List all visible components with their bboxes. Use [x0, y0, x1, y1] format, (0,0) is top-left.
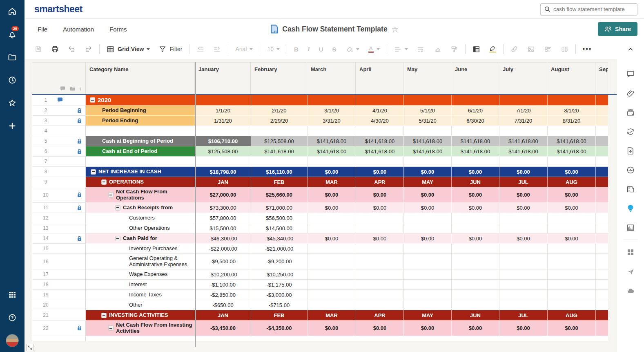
cell-april-row17[interactable] — [356, 269, 403, 280]
cell-january-row7[interactable] — [195, 157, 251, 167]
cell-april-row15[interactable] — [356, 244, 403, 254]
cell-sep-row20[interactable] — [595, 300, 608, 310]
italic-icon[interactable]: I — [303, 43, 314, 55]
highlighter-icon[interactable] — [485, 43, 501, 55]
cell-june-row20[interactable] — [451, 300, 499, 310]
row-number[interactable]: 4 — [40, 128, 52, 134]
cell-may-row18[interactable] — [403, 280, 451, 290]
cell-category-general-operating-administrative-expenses[interactable]: General Operating & Administrative Expen… — [86, 254, 195, 269]
cell-march-row14[interactable]: $0.00 — [307, 233, 356, 244]
cell-february-row6[interactable]: $141,618.00 — [251, 146, 307, 157]
cell-july-row8[interactable]: $0.00 — [499, 167, 547, 177]
menu-file[interactable]: File — [38, 26, 47, 33]
undo-icon[interactable] — [63, 43, 80, 55]
row-number[interactable]: 18 — [40, 282, 52, 287]
cell-january-row5[interactable]: $106,710.00 — [195, 136, 251, 146]
row-number[interactable]: 21 — [40, 312, 52, 318]
cell-may-row4[interactable] — [403, 126, 451, 136]
cell-july-row15[interactable] — [499, 244, 547, 254]
cell-march-row21[interactable]: MAR — [307, 310, 356, 321]
cell-march-row15[interactable] — [307, 244, 356, 254]
print-icon[interactable] — [47, 43, 63, 55]
home-icon[interactable] — [0, 0, 25, 23]
cell-february-row11[interactable]: $71,000.00 — [251, 203, 307, 213]
cell-february-row17[interactable]: -$10,250.00 — [251, 269, 307, 280]
cell-february-row2[interactable]: 2/1/20 — [251, 105, 307, 116]
strikethrough-icon[interactable]: S — [328, 43, 341, 55]
format-painter-icon[interactable] — [446, 43, 463, 55]
cell-may-row14[interactable]: $0.00 — [403, 233, 451, 244]
cell-category-other-operations[interactable]: Other Operations — [86, 223, 195, 233]
cell-april-row16[interactable] — [356, 254, 403, 269]
cell-march-row16[interactable] — [307, 254, 356, 269]
wrap-text-icon[interactable] — [412, 43, 429, 55]
cell-sep-row9[interactable] — [595, 177, 608, 187]
cell-january-row13[interactable]: $15,500.00 — [195, 223, 251, 233]
cell-sep-row10[interactable] — [595, 187, 608, 203]
cell-january-row15[interactable]: -$22,000.00 — [195, 244, 251, 254]
cell-sep-row22[interactable] — [595, 321, 608, 336]
collapse-toggle-icon[interactable] — [108, 192, 114, 197]
cell-sep-row17[interactable] — [595, 269, 608, 280]
row-number[interactable]: 15 — [40, 246, 52, 251]
cell-august-row13[interactable] — [547, 223, 595, 233]
cell-sep-row6[interactable] — [595, 146, 608, 157]
cell-january-row11[interactable]: $73,300.00 — [195, 203, 251, 213]
cell-march-row5[interactable]: $141,618.00 — [307, 136, 356, 146]
row-number[interactable]: 14 — [40, 235, 52, 241]
cell-march-row8[interactable]: $0.00 — [307, 167, 356, 177]
cell-february-row20[interactable]: -$715.00 — [251, 300, 307, 310]
cell-june-row10[interactable]: $0.00 — [451, 187, 499, 203]
cell-august-row20[interactable] — [547, 300, 595, 310]
cell-february-row5[interactable]: $125,508.00 — [251, 136, 307, 146]
cell-january-row10[interactable]: $27,000.00 — [195, 187, 251, 203]
cell-august-row1[interactable] — [547, 95, 595, 105]
favorite-star-icon[interactable]: ☆ — [392, 25, 399, 33]
recents-clock-icon[interactable] — [0, 69, 25, 92]
align-icon[interactable] — [390, 43, 412, 55]
cell-august-row4[interactable] — [547, 126, 595, 136]
favorites-star-icon[interactable] — [0, 92, 25, 114]
cell-march-row13[interactable] — [307, 223, 356, 233]
cell-july-row7[interactable] — [499, 157, 547, 167]
redo-icon[interactable] — [80, 43, 97, 55]
cell-february-row7[interactable] — [251, 157, 307, 167]
cell-sep-row13[interactable] — [595, 223, 608, 233]
column-header-august[interactable]: August — [547, 62, 595, 94]
cell-sep-row3[interactable] — [595, 116, 608, 126]
user-avatar[interactable] — [0, 329, 25, 352]
cell-march-row7[interactable] — [307, 157, 356, 167]
cell-april-row19[interactable] — [356, 290, 403, 300]
cell-category-period-beginning[interactable]: Period Beginning — [86, 105, 195, 116]
cell-july-row2[interactable]: 7/1/20 — [499, 105, 547, 116]
smartsheet-logo[interactable]: smartsheet — [34, 4, 82, 15]
row-number[interactable]: 1 — [40, 97, 52, 103]
cell-february-row22[interactable]: -$4,350.00 — [251, 321, 307, 336]
filter-button[interactable]: Filter — [154, 43, 187, 55]
cell-june-row7[interactable] — [451, 157, 499, 167]
collapse-toggle-icon[interactable] — [101, 313, 107, 318]
cell-june-row12[interactable] — [451, 213, 499, 223]
cell-april-row7[interactable] — [356, 157, 403, 167]
frozen-column-divider[interactable] — [195, 62, 196, 347]
cell-august-row21[interactable]: AUG — [547, 310, 595, 321]
create-plus-icon[interactable] — [0, 114, 25, 137]
cell-category-wage-expenses[interactable]: Wage Expenses — [86, 269, 195, 280]
cell-may-row12[interactable] — [403, 213, 451, 223]
cell-january-row4[interactable] — [195, 126, 251, 136]
cell-april-row5[interactable]: $141,618.00 — [356, 136, 403, 146]
view-selector[interactable]: Grid View — [102, 43, 154, 55]
cell-category-net-cash-flow-from-investing-activities[interactable]: Net Cash Flow From Investing Activities — [86, 321, 195, 336]
cell-august-row22[interactable]: $0.00 — [547, 321, 595, 336]
cell-february-row12[interactable]: $56,500.00 — [251, 213, 307, 223]
cell-may-row1[interactable] — [403, 95, 451, 105]
activity-log-icon[interactable] — [622, 160, 639, 179]
cell-category-blank[interactable] — [86, 126, 195, 136]
collapse-toolbar-chevron-icon[interactable] — [623, 43, 638, 55]
cell-april-row4[interactable] — [356, 126, 403, 136]
save-icon[interactable] — [30, 43, 47, 55]
fill-color-icon[interactable] — [341, 43, 364, 55]
cell-sep-row16[interactable] — [595, 254, 608, 269]
menu-automation[interactable]: Automation — [63, 26, 94, 33]
cell-march-row12[interactable] — [307, 213, 356, 223]
